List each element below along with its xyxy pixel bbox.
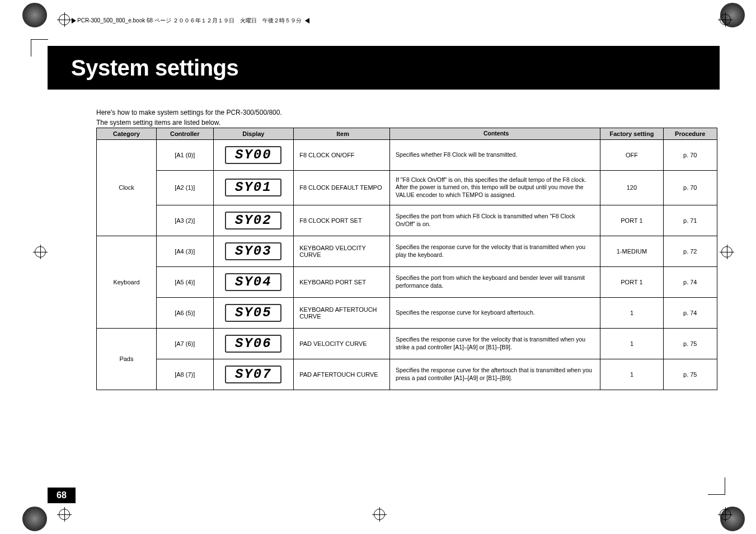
table-row: [A3 (2)] SY02 F8 CLOCK PORT SET Specifie…: [97, 205, 717, 236]
display-cell: SY02: [213, 205, 294, 236]
header-procedure: Procedure: [663, 128, 717, 140]
settings-table: Category Controller Display Item Content…: [96, 128, 717, 390]
registration-mark-icon: [374, 509, 385, 520]
header-controller: Controller: [156, 128, 213, 140]
intro-line-1: Here's how to make system settings for t…: [96, 107, 282, 118]
procedure-cell: p. 74: [663, 297, 717, 328]
controller-cell: [A5 (4)]: [156, 266, 213, 297]
arrow-right-icon: [72, 18, 76, 24]
display-cell: SY03: [213, 236, 294, 266]
procedure-cell: p. 70: [663, 170, 717, 205]
contents-cell: Specifies the response curve for the aft…: [390, 359, 600, 390]
table-row: [A8 (7)] SY07 PAD AFTERTOUCH CURVE Speci…: [97, 359, 717, 390]
intro-text: Here's how to make system settings for t…: [96, 107, 282, 128]
table-row: Pads [A7 (6)] SY06 PAD VELOCITY CURVE Sp…: [97, 328, 717, 359]
procedure-cell: p. 75: [663, 328, 717, 359]
lcd-display: SY06: [225, 335, 281, 353]
lcd-display: SY07: [225, 366, 281, 383]
item-cell: KEYBOARD AFTERTOUCH CURVE: [294, 297, 390, 328]
title-bar: System settings: [48, 46, 720, 90]
header-contents: Contents: [390, 128, 600, 140]
item-cell: F8 CLOCK DEFAULT TEMPO: [294, 170, 390, 205]
header-factory: Factory setting: [600, 128, 663, 140]
lcd-display: SY02: [225, 212, 281, 229]
table-row: [A5 (4)] SY04 KEYBOARD PORT SET Specifie…: [97, 266, 717, 297]
display-cell: SY04: [213, 266, 294, 297]
display-cell: SY01: [213, 170, 294, 205]
binder-ring-icon: [22, 507, 47, 531]
procedure-cell: p. 74: [663, 266, 717, 297]
display-cell: SY07: [213, 359, 294, 390]
contents-cell: Specifies the response curve for the vel…: [390, 328, 600, 359]
factory-cell: 1: [600, 359, 663, 390]
factory-cell: 1-MEDIUM: [600, 236, 663, 266]
procedure-cell: p. 71: [663, 205, 717, 236]
contents-cell: If "F8 Clock On/Off" is on, this specifi…: [390, 170, 600, 205]
item-cell: KEYBOARD VELOCITY CURVE: [294, 236, 390, 266]
lcd-display: SY04: [225, 273, 281, 291]
display-cell: SY00: [213, 139, 294, 170]
crop-mark-icon: [708, 477, 725, 495]
page-title: System settings: [71, 55, 238, 81]
header-category: Category: [97, 128, 157, 140]
display-cell: SY05: [213, 297, 294, 328]
file-header: PCR-300_500_800_e.book 68 ページ ２００６年１２月１９…: [72, 17, 309, 25]
controller-cell: [A7 (6)]: [156, 328, 213, 359]
display-cell: SY06: [213, 328, 294, 359]
contents-cell: Specifies the port from which F8 Clock i…: [390, 205, 600, 236]
lcd-display: SY00: [225, 146, 281, 164]
controller-cell: [A2 (1)]: [156, 170, 213, 205]
contents-cell: Specifies the response curve for keyboar…: [390, 297, 600, 328]
registration-mark-icon: [720, 509, 731, 520]
item-cell: F8 CLOCK PORT SET: [294, 205, 390, 236]
controller-cell: [A4 (3)]: [156, 236, 213, 266]
factory-cell: 120: [600, 170, 663, 205]
lcd-display: SY03: [225, 242, 281, 260]
lcd-display: SY01: [225, 179, 281, 196]
factory-cell: 1: [600, 297, 663, 328]
binder-ring-icon: [22, 3, 47, 27]
controller-cell: [A6 (5)]: [156, 297, 213, 328]
registration-mark-icon: [35, 246, 46, 257]
factory-cell: PORT 1: [600, 266, 663, 297]
procedure-cell: p. 75: [663, 359, 717, 390]
controller-cell: [A8 (7)]: [156, 359, 213, 390]
arrow-left-icon: [305, 18, 309, 24]
item-cell: F8 CLOCK ON/OFF: [294, 139, 390, 170]
table-row: [A6 (5)] SY05 KEYBOARD AFTERTOUCH CURVE …: [97, 297, 717, 328]
table-row: [A2 (1)] SY01 F8 CLOCK DEFAULT TEMPO If …: [97, 170, 717, 205]
crop-mark-icon: [31, 39, 48, 57]
page-number: 68: [48, 488, 76, 503]
controller-cell: [A3 (2)]: [156, 205, 213, 236]
item-cell: PAD AFTERTOUCH CURVE: [294, 359, 390, 390]
header-item: Item: [294, 128, 390, 140]
factory-cell: PORT 1: [600, 205, 663, 236]
header-display: Display: [213, 128, 294, 140]
table-row: Keyboard [A4 (3)] SY03 KEYBOARD VELOCITY…: [97, 236, 717, 266]
factory-cell: 1: [600, 328, 663, 359]
table-row: Clock [A1 (0)] SY00 F8 CLOCK ON/OFF Spec…: [97, 139, 717, 170]
registration-mark-icon: [720, 14, 731, 25]
contents-cell: Specifies the port from which the keyboa…: [390, 266, 600, 297]
item-cell: KEYBOARD PORT SET: [294, 266, 390, 297]
contents-cell: Specifies whether F8 Clock will be trans…: [390, 139, 600, 170]
category-cell: Pads: [97, 328, 157, 390]
registration-mark-icon: [59, 14, 70, 25]
factory-cell: OFF: [600, 139, 663, 170]
category-cell: Clock: [97, 139, 157, 236]
registration-mark-icon: [59, 509, 70, 520]
contents-cell: Specifies the response curve for the vel…: [390, 236, 600, 266]
registration-mark-icon: [721, 246, 732, 257]
controller-cell: [A1 (0)]: [156, 139, 213, 170]
intro-line-2: The system setting items are listed belo…: [96, 118, 282, 128]
item-cell: PAD VELOCITY CURVE: [294, 328, 390, 359]
procedure-cell: p. 70: [663, 139, 717, 170]
procedure-cell: p. 72: [663, 236, 717, 266]
category-cell: Keyboard: [97, 236, 157, 328]
file-header-text: PCR-300_500_800_e.book 68 ページ ２００６年１２月１９…: [77, 17, 302, 25]
lcd-display: SY05: [225, 304, 281, 322]
table-header-row: Category Controller Display Item Content…: [97, 128, 717, 140]
